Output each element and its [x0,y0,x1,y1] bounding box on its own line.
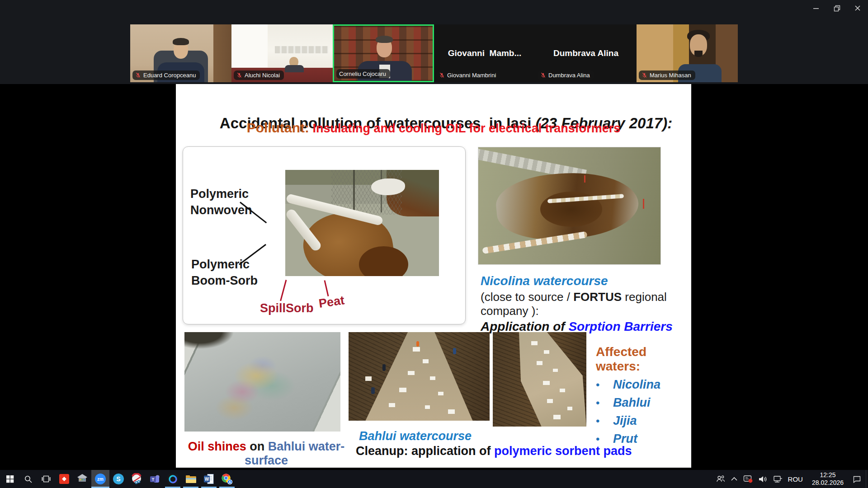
bullet-icon: • [596,433,609,446]
affected-waters-title: Affected waters: [596,345,691,374]
sorbent-pads-photo [493,332,586,427]
video-tile-giovanni-mambrini-novideo[interactable]: Giovanni Mamb... Giovanni Mambrini [434,24,535,82]
label-spillsorb: SpillSorb [260,301,314,315]
close-button[interactable] [847,0,868,16]
photo-peat-dark [359,246,408,276]
scene-certificates [275,46,328,53]
svg-text:T: T [151,477,154,482]
video-tile-eduard-coropceanu[interactable]: Eduard Coropceanu [130,24,231,82]
connector-line-red [324,280,329,296]
people-tray-button[interactable] [713,470,728,488]
affected-waters-list: Affected waters: • Nicolina • Bahlui • J… [596,345,691,446]
scene-hair [173,38,189,45]
caption-blue: polymeric sorbent pads [494,444,632,458]
svg-text:S: S [116,475,120,483]
scene-body [285,65,304,72]
list-item: • Jijia [596,414,691,428]
label-polymeric-boomsorb: Polymeric Boom-Sorb [191,256,273,289]
caption-italic-blue: Bahlui watercourse [359,429,472,443]
river-boom-photo [285,170,439,276]
bahlui-cleanup-photo [349,332,490,421]
webex-button[interactable] [164,470,182,488]
video-tile-marius-mihasan[interactable]: Marius Mihasan [637,24,738,82]
connector-line-red [280,280,287,301]
action-center-button[interactable] [850,470,864,488]
word-button[interactable]: W [200,470,218,488]
scene-door [213,24,231,82]
nicolina-watercourse-photo [478,147,661,265]
oil-shines-caption: Oil shines on Bahlui water-surface [176,440,357,468]
minimize-button[interactable] [806,0,826,16]
tray-time: 12:25 [812,471,844,479]
snagit-button[interactable] [127,470,146,488]
chevron-up-icon [731,476,738,482]
people-icon [716,475,725,483]
restore-icon [834,5,840,12]
list-item: • Bahlui [596,396,691,410]
word-icon: W [203,474,214,484]
search-button[interactable] [19,470,37,488]
nicolina-caption-line2: (close to source / FORTUS regional compa… [481,290,689,318]
photo-stake [643,199,644,209]
zoom-meeting-window: Eduard Coropceanu Aluchi Nicolai [0,0,868,488]
photo-sorbent-box [365,376,372,381]
caption-text: Application of [481,319,568,333]
video-tile-aluchi-nicolai[interactable]: Aluchi Nicolai [231,24,333,82]
participant-name-badge: Eduard Coropceanu [132,70,200,80]
task-view-button[interactable] [37,470,55,488]
scene-window-light [231,24,268,67]
photo-stake [584,175,585,183]
window-badge-icon [743,474,753,483]
tray-overflow-button[interactable] [728,470,741,488]
skype-button[interactable]: S [109,470,127,488]
zoom-app-icon: zm [94,473,106,485]
teams-icon: T [149,474,160,485]
file-explorer-button[interactable] [182,470,200,488]
speaker-icon [759,475,768,483]
bullet-icon: • [596,397,609,409]
caption-red: Oil shines [188,440,246,453]
affected-water-name: Nicolina [613,378,660,392]
mic-muted-icon [439,72,445,78]
zoom-app-button-active[interactable]: zm [91,470,109,488]
system-tray: ROU 12:25 28.02.2026 [713,470,868,488]
ethernet-icon [773,475,783,483]
bullet-icon: • [596,415,609,427]
volume-tray-button[interactable] [756,470,770,488]
participant-name: Corneliu Cojocaru [339,70,386,77]
participant-name: Dumbrava Alina [548,72,590,79]
nicolina-caption: Nicolina watercourse (close to source / … [481,274,689,334]
participant-video-strip: Eduard Coropceanu Aluchi Nicolai [130,24,738,82]
language-indicator[interactable]: ROU [785,470,806,488]
start-icon [6,475,14,483]
utility-app-button[interactable] [73,470,91,488]
svg-text:W: W [205,477,209,482]
webex-icon [167,474,179,485]
mic-muted-icon [642,72,647,78]
clock[interactable]: 12:25 28.02.2026 [806,470,850,488]
notification-app-tray-button[interactable] [741,470,756,488]
video-tile-corneliu-cojocaru-active-speaker[interactable]: Corneliu Cojocaru [333,24,434,82]
oil-shine-photo [184,332,340,432]
teams-button[interactable]: T [146,470,164,488]
caption-text: on [246,440,268,453]
svg-text:zm: zm [97,477,104,482]
participant-name-badge: Corneliu Cojocaru [336,69,390,79]
shared-screen-slide: Accidental pollution of watercourses in … [176,84,691,468]
participant-name: Giovanni Mambrini [447,72,496,79]
show-desktop-button[interactable] [866,470,868,488]
video-tile-dumbrava-alina-novideo[interactable]: Dumbrava Alina Dumbrava Alina [535,24,637,82]
affected-water-name: Bahlui [613,396,651,410]
caption-blue: Sorption Barriers [568,319,672,333]
task-view-icon [42,475,51,483]
nicolina-caption-line1: Nicolina watercourse [481,274,689,288]
network-tray-button[interactable] [770,470,785,488]
sorbent-diagram-panel: Polymeric Nonwoven Polymeric Boom-Sorb S… [183,146,466,324]
participant-name: Aluchi Nicolai [245,72,280,79]
restore-button[interactable] [826,0,847,16]
chrome-button[interactable] [218,470,236,488]
start-button[interactable] [1,470,19,488]
photo-person [416,341,419,347]
skype-icon: S [113,473,124,485]
red-diamond-app-button[interactable] [55,470,73,488]
